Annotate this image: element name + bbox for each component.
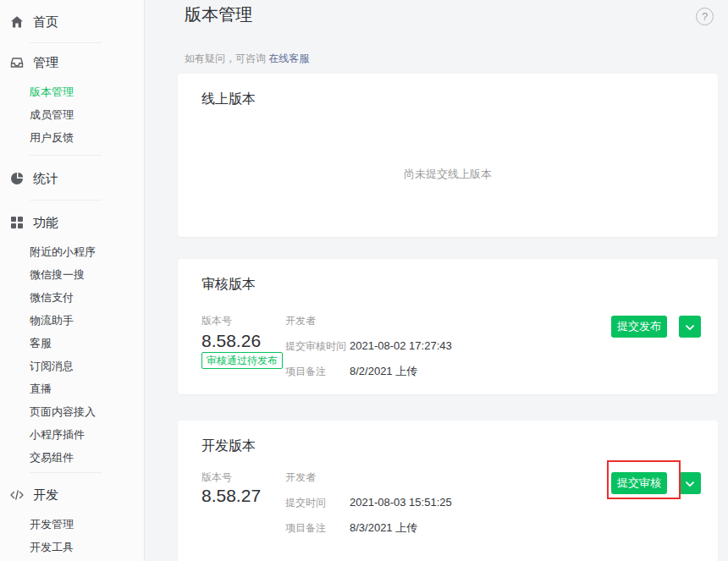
version-number-label: 版本号 [201, 470, 232, 485]
dev-version-title: 开发版本 [201, 437, 256, 455]
online-support-link[interactable]: 在线客服 [268, 52, 309, 64]
sidebar-item-development[interactable]: 开发 [0, 486, 144, 504]
sidebar-item-features[interactable]: 功能 [0, 213, 144, 232]
online-version-empty-text: 尚未提交线上版本 [178, 167, 718, 182]
online-version-title: 线上版本 [201, 91, 256, 108]
sidebar-divider [30, 42, 102, 43]
sidebar-item-miniprogram-plugin[interactable]: 小程序插件 [0, 423, 144, 446]
sidebar-divider [30, 200, 102, 201]
chevron-down-icon [686, 477, 694, 490]
sidebar-item-customer-service[interactable]: 客服 [0, 332, 144, 355]
sidebar-item-wechat-pay[interactable]: 微信支付 [0, 286, 144, 309]
sidebar-item-home[interactable]: 首页 [0, 13, 144, 31]
support-tip: 如有疑问，可咨询 在线客服 [185, 52, 309, 66]
pie-chart-icon [10, 172, 24, 185]
sidebar-item-label: 功能 [33, 215, 58, 231]
review-version-title: 审核版本 [201, 276, 256, 294]
page-title: 版本管理 [185, 3, 252, 26]
sidebar-item-logistics-assistant[interactable]: 物流助手 [0, 309, 144, 332]
sidebar-item-wechat-search[interactable]: 微信搜一搜 [0, 263, 144, 286]
sidebar-item-nearby-miniprogram[interactable]: 附近的小程序 [0, 240, 144, 263]
info-row-developer: 开发者 [285, 314, 452, 327]
sidebar-item-dev-tools[interactable]: 开发工具 [0, 536, 144, 558]
info-row-developer: 开发者 [285, 470, 452, 484]
dev-version-number: 8.58.27 [201, 486, 261, 506]
help-icon[interactable]: ? [696, 8, 714, 25]
submit-review-dropdown-button[interactable] [679, 472, 701, 494]
info-row-submit-review-time: 提交审核时间2021-08-02 17:27:43 [285, 339, 452, 353]
sidebar-item-version-management[interactable]: 版本管理 [0, 80, 144, 103]
sidebar-item-label: 统计 [33, 171, 58, 187]
status-badge: 审核通过待发布 [201, 352, 283, 369]
support-tip-text: 如有疑问，可咨询 [185, 52, 268, 64]
sidebar-item-label: 管理 [33, 55, 58, 71]
sidebar-divider [30, 472, 102, 473]
inbox-icon [10, 56, 24, 69]
info-row-submit-time: 提交时间2021-08-03 15:51:25 [285, 496, 452, 509]
code-icon [10, 488, 24, 502]
review-version-number: 8.58.26 [201, 331, 261, 351]
version-number-label: 版本号 [201, 314, 232, 328]
dev-version-info: 开发者 提交时间2021-08-03 15:51:25 项目备注8/3/2021… [285, 470, 452, 547]
development-subitems: 开发管理 开发工具 [0, 513, 144, 558]
info-row-project-note: 项目备注8/3/2021 上传 [285, 521, 452, 535]
sidebar-item-label: 开发 [33, 487, 58, 503]
chevron-down-icon [686, 321, 694, 333]
review-version-card: 审核版本 版本号 8.58.26 审核通过待发布 开发者 提交审核时间2021-… [178, 259, 718, 394]
sidebar-item-live[interactable]: 直播 [0, 377, 144, 400]
grid-icon [10, 216, 24, 229]
sidebar: 首页 管理 版本管理 成员管理 用户反馈 统计 功能 附近的小程序 微信搜一搜 … [0, 0, 145, 561]
sidebar-item-label: 首页 [33, 14, 58, 30]
sidebar-divider [30, 155, 102, 156]
management-subitems: 版本管理 成员管理 用户反馈 [0, 80, 144, 149]
info-row-project-note: 项目备注8/2/2021 上传 [285, 365, 452, 378]
sidebar-item-dev-management[interactable]: 开发管理 [0, 513, 144, 536]
sidebar-item-trade-component[interactable]: 交易组件 [0, 446, 144, 469]
sidebar-item-member-management[interactable]: 成员管理 [0, 103, 144, 126]
submit-review-button[interactable]: 提交审核 [611, 472, 667, 494]
submit-release-button[interactable]: 提交发布 [611, 316, 667, 338]
review-version-info: 开发者 提交审核时间2021-08-02 17:27:43 项目备注8/2/20… [285, 314, 452, 390]
sidebar-item-subscribe-message[interactable]: 订阅消息 [0, 355, 144, 377]
sidebar-item-management[interactable]: 管理 [0, 53, 144, 72]
sidebar-item-statistics[interactable]: 统计 [0, 169, 144, 188]
sidebar-item-page-content-access[interactable]: 页面内容接入 [0, 400, 144, 423]
home-icon [10, 15, 24, 29]
dev-version-card: 开发版本 版本号 8.58.27 开发者 提交时间2021-08-03 15:5… [178, 421, 718, 561]
submit-release-dropdown-button[interactable] [679, 316, 701, 338]
features-subitems: 附近的小程序 微信搜一搜 微信支付 物流助手 客服 订阅消息 直播 页面内容接入… [0, 240, 144, 469]
sidebar-item-user-feedback[interactable]: 用户反馈 [0, 126, 144, 149]
online-version-card: 线上版本 尚未提交线上版本 [178, 74, 718, 237]
